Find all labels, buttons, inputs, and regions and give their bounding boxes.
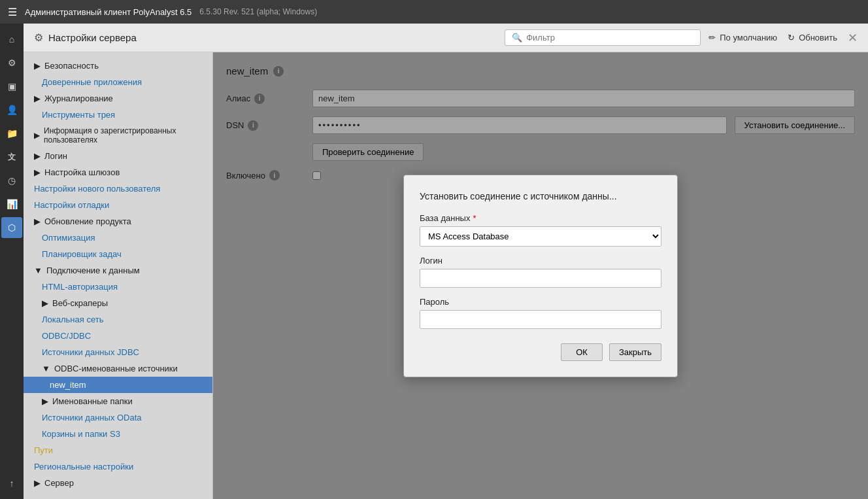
nav-item-logging[interactable]: ▶ Журналирование <box>24 90 212 107</box>
close-icon[interactable]: ✕ <box>848 31 858 45</box>
modal-db-label: База данных * <box>420 213 661 223</box>
topbar: ⚙ Настройки сервера 🔍 ✏ По умолчанию ↻ О… <box>24 24 868 52</box>
icon-sidebar: ⌂ ⚙ ▣ 👤 📁 文 ◷ 📊 ⬡ ↑ <box>0 24 24 499</box>
topbar-search-box[interactable]: 🔍 <box>505 29 701 46</box>
content-area: ⚙ Настройки сервера 🔍 ✏ По умолчанию ↻ О… <box>24 24 868 499</box>
modal-login-input[interactable] <box>420 269 661 288</box>
right-panel: new_item i Алиас i DSN i <box>213 52 868 499</box>
modal-overlay: Установить соединение с источником данны… <box>213 52 868 499</box>
nav-item-s3-buckets[interactable]: Корзины и папки S3 <box>24 426 212 442</box>
nav-item-paths[interactable]: Пути <box>24 442 212 458</box>
modal-required-mark: * <box>473 213 476 223</box>
nav-item-login[interactable]: ▶ Логин <box>24 148 212 164</box>
nav-item-server[interactable]: ▶ Сервер <box>24 475 212 491</box>
app-layout: ⌂ ⚙ ▣ 👤 📁 文 ◷ 📊 ⬡ ↑ ⚙ Настройки сервера … <box>0 24 868 499</box>
nav-item-data-connection[interactable]: ▼ Подключение к данным <box>24 262 212 279</box>
nav-tree: ▶ Безопасность Доверенные приложения ▶ Ж… <box>24 52 213 499</box>
nav-item-trusted-apps[interactable]: Доверенные приложения <box>24 74 212 90</box>
sidebar-person-icon[interactable]: ↑ <box>1 473 22 494</box>
default-button[interactable]: ✏ По умолчанию <box>709 33 777 43</box>
nav-item-odata-sources[interactable]: Источники данных OData <box>24 409 212 426</box>
sidebar-folder-icon[interactable]: 📁 <box>1 123 22 144</box>
topbar-title-area: ⚙ Настройки сервера <box>34 31 497 44</box>
sidebar-monitor-icon[interactable]: ▣ <box>1 76 22 97</box>
sidebar-chart-icon[interactable]: 📊 <box>1 194 22 215</box>
sidebar-network-icon[interactable]: ⬡ <box>1 217 22 238</box>
modal-close-button[interactable]: Закрыть <box>609 343 661 361</box>
search-input[interactable] <box>526 33 693 43</box>
modal-buttons: ОК Закрыть <box>420 343 661 361</box>
modal-ok-button[interactable]: ОК <box>561 343 603 361</box>
nav-item-tray-tools[interactable]: Инструменты трея <box>24 107 212 123</box>
nav-item-odbc-named[interactable]: ▼ ODBC-именованные источники <box>24 360 212 377</box>
nav-item-user-info[interactable]: ▶ Информация о зарегистрированных пользо… <box>24 123 212 148</box>
nav-item-task-scheduler[interactable]: Планировщик задач <box>24 246 212 262</box>
topbar-gear-icon: ⚙ <box>34 31 43 44</box>
nav-item-jdbc-sources[interactable]: Источники данных JDBC <box>24 344 212 360</box>
refresh-button[interactable]: ↻ Обновить <box>788 33 837 43</box>
search-icon: 🔍 <box>512 33 522 43</box>
sidebar-home-icon[interactable]: ⌂ <box>1 29 22 50</box>
sidebar-translate-icon[interactable]: 文 <box>1 146 22 167</box>
modal-dialog: Установить соединение с источником данны… <box>403 175 678 377</box>
default-icon: ✏ <box>709 33 716 43</box>
sidebar-settings-icon[interactable]: ⚙ <box>1 52 22 73</box>
menu-icon[interactable]: ☰ <box>8 6 17 18</box>
nav-item-product-update[interactable]: ▶ Обновление продукта <box>24 213 212 230</box>
refresh-icon: ↻ <box>788 33 795 43</box>
nav-item-gateway-settings[interactable]: ▶ Настройка шлюзов <box>24 164 212 181</box>
topbar-page-title: Настройки сервера <box>48 32 137 43</box>
modal-password-label: Пароль <box>420 297 661 307</box>
app-version: 6.5.30 Rev. 521 (alpha; Windows) <box>199 7 317 16</box>
nav-item-regional-settings[interactable]: Региональные настройки <box>24 458 212 475</box>
nav-item-odbc-jdbc[interactable]: ODBC/JDBC <box>24 328 212 344</box>
modal-login-label: Логин <box>420 256 661 266</box>
main-body: ▶ Безопасность Доверенные приложения ▶ Ж… <box>24 52 868 499</box>
nav-item-new-item[interactable]: new_item <box>24 377 212 393</box>
modal-password-input[interactable] <box>420 310 661 329</box>
nav-item-named-folders[interactable]: ▶ Именованные папки <box>24 393 212 409</box>
nav-item-debug-settings[interactable]: Настройки отладки <box>24 197 212 213</box>
modal-db-select[interactable]: MS Access Database SQL Server MySQL Post… <box>420 226 661 247</box>
app-title: Административный клиент PolyAnalyst 6.5 <box>25 7 192 17</box>
titlebar: ☰ Административный клиент PolyAnalyst 6.… <box>0 0 868 24</box>
sidebar-users-icon[interactable]: 👤 <box>1 99 22 120</box>
topbar-actions: ✏ По умолчанию ↻ Обновить ✕ <box>709 31 858 45</box>
nav-item-optimization[interactable]: Оптимизация <box>24 230 212 246</box>
nav-item-security[interactable]: ▶ Безопасность <box>24 58 212 74</box>
nav-item-local-network[interactable]: Локальная сеть <box>24 311 212 328</box>
sidebar-clock-icon[interactable]: ◷ <box>1 170 22 191</box>
nav-item-html-auth[interactable]: HTML-авторизация <box>24 279 212 295</box>
nav-item-web-scrapers[interactable]: ▶ Веб-скраперы <box>24 295 212 311</box>
modal-title: Установить соединение с источником данны… <box>420 191 661 201</box>
nav-item-new-user-settings[interactable]: Настройки нового пользователя <box>24 181 212 197</box>
